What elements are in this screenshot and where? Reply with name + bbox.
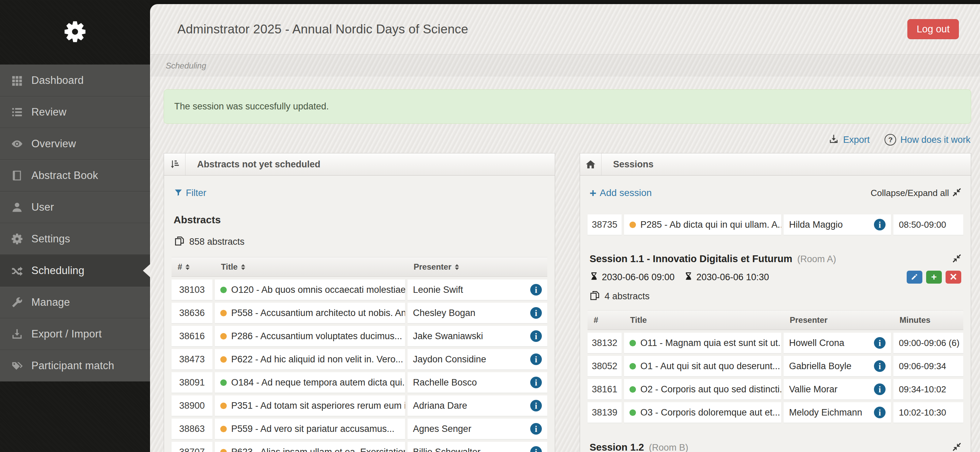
- abstract-minutes-cell: 09:34-10:02: [893, 379, 963, 400]
- download-icon: [829, 134, 839, 146]
- sidebar-item-export-import[interactable]: Export / Import: [0, 318, 150, 350]
- session-count: 4 abstracts: [590, 290, 963, 302]
- info-icon[interactable]: i: [530, 423, 542, 435]
- session-abstract-row[interactable]: 38132 O11 - Magnam quia est sunt sit ut.…: [587, 333, 963, 353]
- plus-icon: +: [931, 272, 937, 282]
- edit-session-button[interactable]: [907, 271, 923, 284]
- abstracts-rows: 38103 O120 - Ab quos omnis occaecati mol…: [172, 279, 547, 452]
- sidebar-item-user[interactable]: User: [0, 191, 150, 223]
- session-1-1-block: Session 1.1 - Innovatio Digitalis et Fut…: [587, 253, 963, 423]
- abstract-minutes-cell: 09:00-09:06 (6): [893, 333, 963, 353]
- info-icon[interactable]: i: [530, 307, 542, 319]
- logout-button[interactable]: Log out: [907, 19, 959, 39]
- dashboard-grid-icon: [10, 74, 24, 87]
- info-icon[interactable]: i: [874, 407, 886, 418]
- abstract-row[interactable]: 38863 P559 - Ad vero sit pariatur accusa…: [172, 419, 547, 439]
- abstract-row[interactable]: 38103 O120 - Ab quos omnis occaecati mol…: [172, 279, 547, 300]
- abstract-row[interactable]: 38616 P286 - Accusantium voluptates duci…: [172, 326, 547, 346]
- abstracts-count: 858 abstracts: [174, 236, 547, 247]
- session-abstract-row[interactable]: 38161 O2 - Corporis aut quo sed distinct…: [587, 379, 963, 400]
- abstract-row[interactable]: 38091 O184 - Ad neque tempora autem dict…: [172, 372, 547, 393]
- sidebar-item-overview[interactable]: Overview: [0, 128, 150, 160]
- scheduling-shuffle-icon: [10, 264, 24, 278]
- add-abstract-button[interactable]: +: [926, 271, 942, 284]
- info-icon[interactable]: i: [874, 360, 886, 372]
- session-abstract-row[interactable]: 38052 O1 - Aut qui sit aut quo deserunt.…: [587, 356, 963, 376]
- session-end: 2030-06-06 10:30: [684, 272, 769, 282]
- abstract-row[interactable]: 38707 P623 - Alias ipsam ullam et ea. Ex…: [172, 442, 547, 452]
- sidebar-item-manage[interactable]: Manage: [0, 286, 150, 318]
- sort-carets-icon: [455, 264, 459, 270]
- abstract-id-cell: 38091: [172, 372, 212, 393]
- sidebar-item-abstract-book[interactable]: Abstract Book: [0, 160, 150, 191]
- abstract-presenter-cell: Vallie Morar i: [784, 379, 891, 400]
- page-title: Adminstrator 2025 - Annual Nordic Days o…: [177, 22, 468, 36]
- sort-amount-icon[interactable]: [164, 154, 186, 175]
- abstract-row[interactable]: 38473 P622 - Ad hic aliquid id non velit…: [172, 349, 547, 370]
- info-icon[interactable]: i: [530, 400, 542, 411]
- review-list-icon: [10, 105, 24, 119]
- abstract-title-cell: P286 - Accusantium voluptates ducimus...: [215, 326, 405, 346]
- abstract-minutes-cell: 08:50-09:00: [893, 214, 963, 235]
- info-icon[interactable]: i: [874, 219, 886, 230]
- abstracts-panel-header: Abstracts not yet scheduled: [164, 154, 555, 176]
- info-icon[interactable]: i: [530, 354, 542, 365]
- breadcrumb-bar: Scheduling: [150, 54, 980, 77]
- info-icon[interactable]: i: [530, 284, 542, 295]
- unscheduled-session-row[interactable]: 38735 P285 - Ab dicta qui in qui ullam. …: [587, 214, 963, 235]
- session-actions: + ✕: [907, 271, 961, 284]
- abstract-title-cell: P559 - Ad vero sit pariatur accusamus...: [215, 419, 405, 439]
- abstract-row[interactable]: 38636 P558 - Accusantium architecto ut n…: [172, 303, 547, 323]
- clone-pages-icon: [174, 236, 185, 247]
- export-link[interactable]: Export: [829, 134, 870, 146]
- abstract-presenter-cell: Howell Crona i: [784, 333, 891, 353]
- sort-carets-icon: [186, 264, 189, 270]
- abstract-presenter-cell: Chesley Bogan i: [407, 303, 547, 323]
- unscheduled-rows: 38735 P285 - Ab dicta qui in qui ullam. …: [587, 214, 963, 235]
- sidebar-item-settings[interactable]: Settings: [0, 223, 150, 255]
- sidebar-item-review[interactable]: Review: [0, 96, 150, 128]
- column-id[interactable]: #: [172, 262, 212, 272]
- abstract-id-cell: 38132: [587, 333, 622, 353]
- info-icon[interactable]: i: [874, 384, 886, 395]
- info-icon[interactable]: i: [530, 446, 542, 452]
- help-link[interactable]: ? How does it work: [885, 134, 970, 146]
- compress-arrows-icon[interactable]: [952, 442, 961, 452]
- session-1-2-block: Session 1.2 (Room B): [590, 442, 961, 452]
- session-abstract-row[interactable]: 38139 O3 - Corporis doloremque aut et...…: [587, 402, 963, 423]
- info-icon[interactable]: i: [530, 377, 542, 388]
- session-name: Session 1.2: [590, 442, 644, 452]
- sidebar-item-participant-match[interactable]: Participant match: [0, 350, 150, 381]
- abstract-title-cell: P558 - Accusantium architecto ut nobis. …: [215, 303, 405, 323]
- delete-session-button[interactable]: ✕: [945, 271, 961, 284]
- session-name: Session 1.1 - Innovatio Digitalis et Fut…: [590, 253, 792, 264]
- alert-message: The session was succesfully updated.: [174, 101, 329, 112]
- collapse-expand-all[interactable]: Collapse/Expand all: [870, 188, 961, 198]
- abstracts-panel-body: Filter Abstracts 858 abstracts # Title P…: [164, 176, 555, 452]
- abstract-id-cell: 38139: [587, 402, 622, 423]
- status-dot: [220, 333, 227, 339]
- sidebar-item-dashboard[interactable]: Dashboard: [0, 64, 150, 96]
- info-icon[interactable]: i: [530, 330, 542, 342]
- abstract-book-icon: [10, 169, 24, 182]
- add-session-link[interactable]: + Add session: [590, 187, 652, 199]
- toolbar-links: Export ? How does it work: [164, 133, 970, 147]
- column-presenter[interactable]: Presenter: [407, 262, 547, 272]
- info-icon[interactable]: i: [874, 337, 886, 349]
- sidebar-item-scheduling[interactable]: Scheduling: [0, 255, 150, 286]
- column-title[interactable]: Title: [215, 262, 405, 272]
- success-alert: The session was succesfully updated.: [164, 89, 971, 124]
- abstract-row[interactable]: 38900 P351 - Ad totam sit asperiores rer…: [172, 395, 547, 416]
- settings-gear-icon: [10, 232, 24, 246]
- filter-link[interactable]: Filter: [174, 188, 206, 198]
- compress-arrows-icon[interactable]: [952, 254, 961, 264]
- home-icon[interactable]: [580, 154, 601, 175]
- abstract-minutes-cell: 10:02-10:30: [893, 402, 963, 423]
- breadcrumb: Scheduling: [166, 61, 206, 71]
- sessions-panel: Sessions + Add session Collapse/Expand a…: [580, 153, 971, 452]
- abstract-id-cell: 38473: [172, 349, 212, 370]
- abstract-title-cell: O1 - Aut qui sit aut quo deserunt...: [624, 356, 781, 376]
- status-dot: [220, 449, 227, 452]
- status-dot: [220, 310, 227, 316]
- session-title-row: Session 1.1 - Innovatio Digitalis et Fut…: [590, 253, 961, 265]
